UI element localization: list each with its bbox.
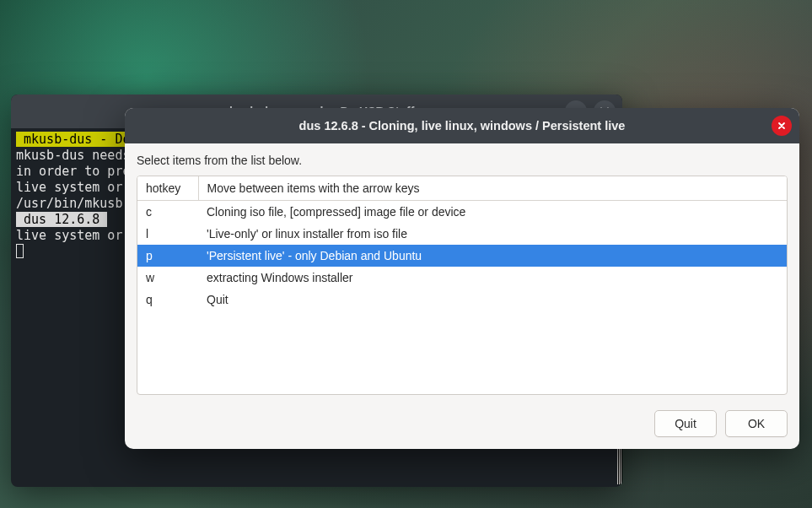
dialog-titlebar[interactable]: dus 12.6.8 - Cloning, live linux, window… bbox=[125, 108, 799, 143]
option-list[interactable]: hotkey Move between items with the arrow… bbox=[137, 176, 788, 395]
table-row[interactable]: p 'Persistent live' - only Debian and Ub… bbox=[137, 245, 787, 267]
row-hotkey: l bbox=[137, 223, 198, 245]
row-desc: Cloning iso file, [compressed] image fil… bbox=[198, 201, 787, 224]
terminal-right-edge-decoration bbox=[617, 447, 622, 484]
dialog-button-row: Quit OK bbox=[137, 395, 788, 437]
option-table: hotkey Move between items with the arrow… bbox=[137, 176, 787, 311]
terminal-line: in order to pre bbox=[16, 164, 130, 179]
terminal-line: /usr/bin/mkusb- bbox=[16, 196, 130, 211]
table-row[interactable]: c Cloning iso file, [compressed] image f… bbox=[137, 201, 787, 224]
row-hotkey: c bbox=[137, 201, 198, 224]
table-row[interactable]: w extracting Windows installer bbox=[137, 267, 787, 289]
row-desc: extracting Windows installer bbox=[198, 267, 787, 289]
column-header-desc[interactable]: Move between items with the arrow keys bbox=[198, 176, 787, 201]
close-icon bbox=[777, 122, 786, 130]
table-row[interactable]: l 'Live-only' or linux installer from is… bbox=[137, 223, 787, 245]
ok-button[interactable]: OK bbox=[725, 410, 788, 437]
dialog-instruction: Select items from the list below. bbox=[137, 154, 788, 167]
table-row[interactable]: q Quit bbox=[137, 289, 787, 311]
dialog-content: Select items from the list below. hotkey… bbox=[125, 143, 799, 449]
close-button[interactable] bbox=[772, 116, 792, 136]
row-hotkey: p bbox=[137, 245, 198, 267]
table-header-row: hotkey Move between items with the arrow… bbox=[137, 176, 787, 201]
terminal-cursor bbox=[16, 244, 24, 258]
terminal-line: live system or bbox=[16, 228, 130, 243]
terminal-line: live system or bbox=[16, 180, 130, 195]
column-header-hotkey[interactable]: hotkey bbox=[137, 176, 198, 201]
row-desc: 'Live-only' or linux installer from iso … bbox=[198, 223, 787, 245]
quit-button[interactable]: Quit bbox=[654, 410, 717, 437]
row-desc: Quit bbox=[198, 289, 787, 311]
row-hotkey: q bbox=[137, 289, 198, 311]
dialog-title: dus 12.6.8 - Cloning, live linux, window… bbox=[299, 119, 626, 132]
dialog-window: dus 12.6.8 - Cloning, live linux, window… bbox=[125, 108, 799, 449]
row-hotkey: w bbox=[137, 267, 198, 289]
row-desc: 'Persistent live' - only Debian and Ubun… bbox=[198, 245, 787, 267]
terminal-line: mkusb-dus needs bbox=[16, 148, 130, 163]
terminal-line: dus 12.6.8 bbox=[16, 212, 107, 227]
